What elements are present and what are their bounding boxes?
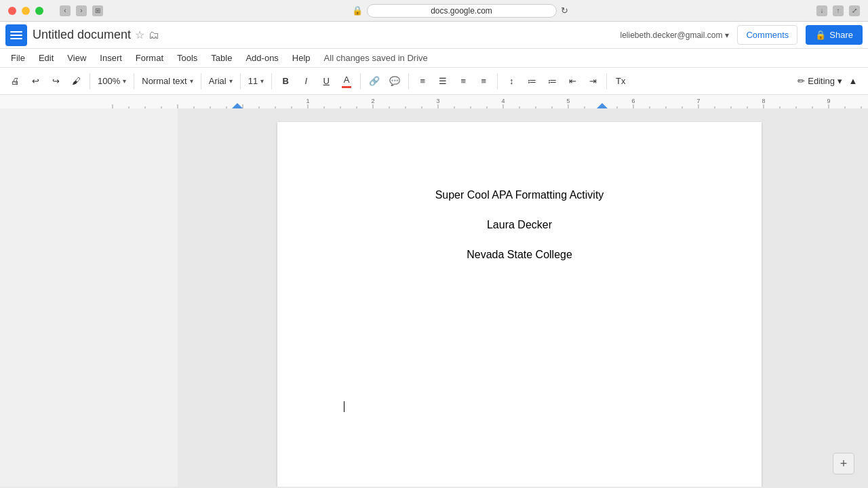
docs-header: Untitled document ☆ 🗂 leliebeth.decker@g… bbox=[0, 22, 868, 49]
toolbar-divider-2 bbox=[134, 73, 134, 89]
doc-institution-paragraph: Nevada State College bbox=[342, 247, 696, 263]
title-bar-right: ↓ ↑ ⤢ bbox=[816, 5, 860, 16]
decrease-indent-button[interactable]: ⇤ bbox=[563, 72, 582, 91]
ruler-canvas bbox=[0, 95, 868, 108]
main-area: Super Cool APA Formatting Activity Laura… bbox=[0, 108, 868, 487]
title-bar-center: 🔒 docs.google.com ↻ bbox=[352, 4, 568, 18]
toolbar-divider-6 bbox=[360, 73, 361, 89]
menu-table[interactable]: Table bbox=[205, 52, 237, 64]
editing-mode-caret: ▾ bbox=[837, 76, 842, 86]
share-button[interactable]: 🔒 Share bbox=[806, 25, 863, 45]
add-button[interactable]: + bbox=[833, 453, 854, 474]
doc-author-paragraph: Laura Decker bbox=[342, 217, 696, 233]
fullscreen-icon[interactable]: ⤢ bbox=[849, 5, 860, 16]
close-button[interactable] bbox=[8, 7, 16, 15]
lock-icon: 🔒 bbox=[815, 30, 826, 40]
autosave-status: All changes saved in Drive bbox=[324, 53, 428, 63]
align-right-button[interactable]: ≡ bbox=[454, 72, 473, 91]
url-bar[interactable]: docs.google.com bbox=[367, 4, 557, 18]
paragraph-style-select[interactable]: Normal text ▾ bbox=[138, 72, 196, 91]
title-bar-left: ‹ › ⊞ bbox=[8, 5, 103, 16]
title-bar: ‹ › ⊞ 🔒 docs.google.com ↻ ↓ ↑ ⤢ bbox=[0, 0, 868, 22]
print-button[interactable]: 🖨 bbox=[5, 72, 24, 91]
zoom-value: 100% bbox=[98, 76, 120, 86]
window-button[interactable]: ⊞ bbox=[92, 5, 103, 16]
comment-button[interactable]: 💬 bbox=[385, 72, 404, 91]
link-button[interactable]: 🔗 bbox=[365, 72, 384, 91]
toolbar: 🖨 ↩ ↪ 🖌 100% ▾ Normal text ▾ Arial ▾ 11 … bbox=[0, 68, 868, 95]
toolbar-divider-8 bbox=[497, 73, 498, 89]
toolbar-divider-3 bbox=[201, 73, 201, 89]
collapse-toolbar-button[interactable]: ▲ bbox=[844, 72, 863, 91]
bullet-list-button[interactable]: ≔ bbox=[542, 72, 561, 91]
menu-addons[interactable]: Add-ons bbox=[240, 52, 283, 64]
user-dropdown-icon[interactable]: ▾ bbox=[725, 30, 729, 40]
bold-button[interactable]: B bbox=[276, 72, 295, 91]
star-icon[interactable]: ☆ bbox=[135, 28, 144, 41]
font-select[interactable]: Arial ▾ bbox=[205, 72, 236, 91]
sidebar-left bbox=[0, 108, 178, 487]
document-title[interactable]: Untitled document bbox=[33, 28, 131, 42]
download-icon[interactable]: ↓ bbox=[816, 5, 827, 16]
menu-edit[interactable]: Edit bbox=[33, 52, 59, 64]
folder-icon[interactable]: 🗂 bbox=[149, 29, 159, 41]
docs-logo bbox=[5, 24, 27, 46]
toolbar-divider-5 bbox=[271, 73, 272, 89]
share-upload-icon[interactable]: ↑ bbox=[833, 5, 844, 16]
docs-logo-lines bbox=[10, 31, 22, 39]
menu-insert[interactable]: Insert bbox=[94, 52, 127, 64]
refresh-icon[interactable]: ↻ bbox=[561, 5, 568, 16]
style-caret: ▾ bbox=[190, 77, 193, 85]
header-right: leliebeth.decker@gmail.com ▾ Comments 🔒 … bbox=[620, 25, 863, 45]
share-label: Share bbox=[829, 30, 853, 40]
line-spacing-button[interactable]: ↕ bbox=[502, 72, 521, 91]
editing-mode-label: Editing bbox=[808, 76, 835, 86]
font-size-caret: ▾ bbox=[260, 77, 264, 85]
increase-indent-button[interactable]: ⇥ bbox=[583, 72, 602, 91]
doc-title-row: Untitled document ☆ 🗂 bbox=[33, 28, 620, 42]
doc-page[interactable]: Super Cool APA Formatting Activity Laura… bbox=[277, 122, 762, 487]
font-size-value: 11 bbox=[248, 76, 258, 86]
redo-button[interactable]: ↪ bbox=[46, 72, 65, 91]
toolbar-divider-9 bbox=[606, 73, 607, 89]
forward-button[interactable]: › bbox=[76, 5, 87, 16]
logo-line bbox=[10, 35, 22, 36]
align-center-button[interactable]: ☰ bbox=[433, 72, 452, 91]
menu-help[interactable]: Help bbox=[287, 52, 316, 64]
secure-icon: 🔒 bbox=[352, 5, 363, 16]
font-caret: ▾ bbox=[229, 77, 233, 85]
menu-format[interactable]: Format bbox=[130, 52, 169, 64]
zoom-caret: ▾ bbox=[123, 77, 126, 85]
numbered-list-button[interactable]: ≔ bbox=[522, 72, 541, 91]
maximize-button[interactable] bbox=[35, 7, 43, 15]
toolbar-divider-1 bbox=[90, 73, 90, 89]
menu-file[interactable]: File bbox=[5, 52, 31, 64]
underline-button[interactable]: U bbox=[317, 72, 336, 91]
editing-mode[interactable]: ✏ Editing ▾ bbox=[797, 76, 842, 86]
ruler bbox=[0, 95, 868, 108]
minimize-button[interactable] bbox=[22, 7, 30, 15]
menu-view[interactable]: View bbox=[62, 52, 92, 64]
user-info: leliebeth.decker@gmail.com ▾ bbox=[620, 30, 730, 40]
justify-button[interactable]: ≡ bbox=[474, 72, 493, 91]
menu-tools[interactable]: Tools bbox=[172, 52, 203, 64]
undo-button[interactable]: ↩ bbox=[26, 72, 45, 91]
clear-format-button[interactable]: Tx bbox=[611, 72, 630, 91]
font-color-button[interactable]: A bbox=[337, 72, 356, 91]
sidebar-right bbox=[861, 108, 868, 487]
font-color-letter: A bbox=[344, 75, 350, 85]
zoom-select[interactable]: 100% ▾ bbox=[94, 72, 130, 91]
font-color-wrapper: A bbox=[342, 75, 351, 88]
pencil-icon: ✏ bbox=[797, 76, 805, 86]
italic-button[interactable]: I bbox=[296, 72, 315, 91]
doc-content[interactable]: Super Cool APA Formatting Activity Laura… bbox=[342, 187, 696, 415]
back-button[interactable]: ‹ bbox=[60, 5, 71, 16]
font-size-select[interactable]: 11 ▾ bbox=[245, 72, 267, 91]
comments-button[interactable]: Comments bbox=[737, 25, 797, 45]
align-left-button[interactable]: ≡ bbox=[413, 72, 432, 91]
font-color-indicator bbox=[342, 86, 351, 88]
menu-bar: File Edit View Insert Format Tools Table… bbox=[0, 49, 868, 68]
doc-area[interactable]: Super Cool APA Formatting Activity Laura… bbox=[178, 108, 861, 487]
cursor bbox=[344, 401, 344, 412]
paint-format-button[interactable]: 🖌 bbox=[66, 72, 85, 91]
